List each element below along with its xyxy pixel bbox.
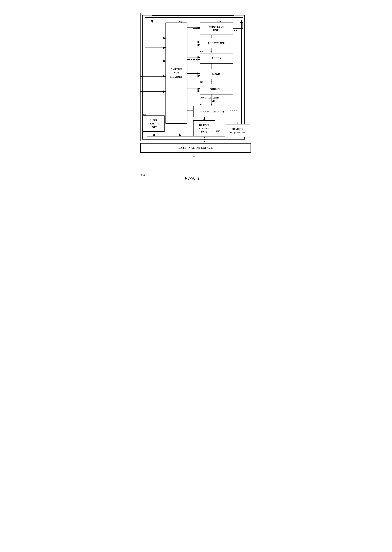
memory-sequencer-box: MEMORYSEQUENCER <box>224 124 250 137</box>
page: 104 CONSTANTUNIT 120 MULTIPLIER 106 108 … <box>129 4 263 191</box>
switch-memory-box: SWITCHANDMEMORY <box>166 22 187 124</box>
ref-120-mem: 120 <box>234 122 238 125</box>
adder-box: ADDER <box>200 53 233 64</box>
ref-116: 116 <box>193 154 197 157</box>
constant-unit-box: CONSTANTUNIT <box>200 22 233 35</box>
ref-120-constant: 120 <box>217 20 221 23</box>
ref-102: 102 <box>200 103 204 106</box>
figure-caption: FIG. 1 <box>184 176 200 181</box>
ref-110: 110 <box>200 80 203 84</box>
input-stream-unit-box: INPUTSTREAMUNIT <box>143 115 165 132</box>
diagram: 104 CONSTANTUNIT 120 MULTIPLIER 106 108 … <box>137 10 255 166</box>
ref-122: 122 <box>143 114 147 117</box>
logic-box: LOGIC <box>200 69 233 79</box>
ref-108: 108 <box>208 50 212 53</box>
ref-124: 124 <box>203 118 206 122</box>
ref-112: 112 <box>208 80 212 84</box>
figure-number-label: 100 <box>141 174 145 177</box>
output-stream-unit-box: OUTPUTSTREAMUNIT <box>193 120 215 136</box>
function-units-label: FUNCTION UNITS <box>200 96 220 99</box>
ref-114: 114 <box>208 103 212 106</box>
shifter-box: SHIFTER <box>200 84 233 94</box>
accumulator-box: ACCUMULATOR(S) <box>193 106 230 117</box>
ref-118: 118 <box>216 129 220 132</box>
ref-106: 106 <box>200 50 204 53</box>
multiplier-box: MULTIPLIER <box>200 38 233 48</box>
external-interface-box: EXTERNAL INTERFACE <box>140 143 251 153</box>
